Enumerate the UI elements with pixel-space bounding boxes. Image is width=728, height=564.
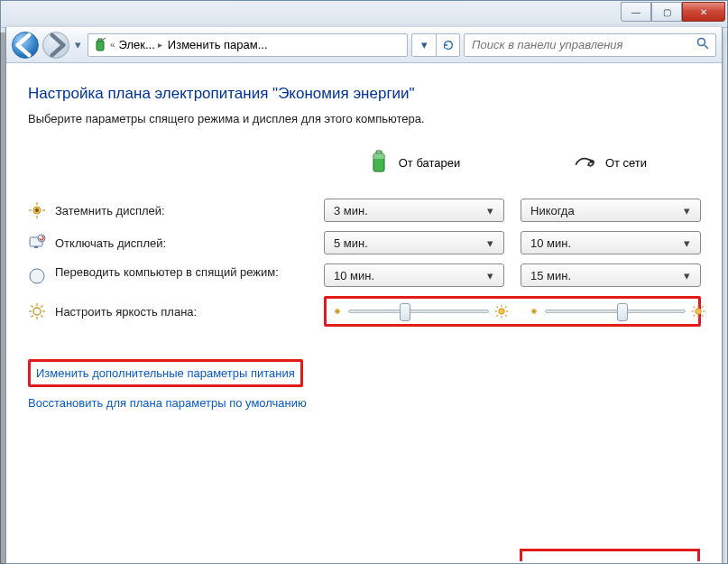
slider-thumb[interactable] (400, 303, 410, 321)
chevron-down-icon: ▾ (679, 268, 695, 283)
svg-line-23 (41, 315, 42, 317)
slider-track[interactable] (545, 310, 686, 313)
search-box[interactable] (464, 33, 716, 57)
advanced-link-highlight: Изменить дополнительные параметры питани… (28, 359, 303, 387)
toolbar: ▾ « Элек...▸ Изменить парам... ▾ (6, 27, 722, 63)
svg-line-22 (32, 306, 33, 308)
svg-point-2 (698, 39, 705, 46)
restore-defaults-link[interactable]: Восстановить для плана параметры по умол… (28, 394, 307, 411)
chevron-left-icon: « (110, 40, 115, 50)
bg-maximize-button[interactable]: ▢ (651, 2, 682, 22)
svg-line-45 (702, 315, 704, 317)
breadcrumb[interactable]: « Элек...▸ Изменить парам... (88, 33, 408, 57)
svg-line-44 (693, 306, 695, 308)
sun-small-icon (529, 306, 539, 317)
search-icon[interactable] (696, 36, 710, 53)
slider-track[interactable] (348, 310, 489, 313)
dim-icon (28, 201, 46, 219)
breadcrumb-seg-2[interactable]: Изменить парам... (168, 38, 268, 51)
background-titlebar: — ▢ ✕ (1, 1, 727, 28)
content-area: Настройка плана электропитания "Экономия… (6, 63, 722, 563)
svg-line-46 (693, 315, 695, 317)
svg-line-25 (41, 306, 42, 308)
column-header-battery: От батареи (324, 143, 504, 190)
svg-point-39 (696, 309, 701, 314)
row-off-label: Отключать дисплей: (28, 234, 308, 252)
svg-point-17 (33, 308, 41, 315)
svg-point-12 (35, 208, 39, 212)
svg-point-27 (336, 310, 338, 312)
svg-line-34 (505, 315, 507, 317)
page-title: Настройка плана электропитания "Экономия… (28, 85, 702, 103)
nav-forward-button[interactable] (42, 32, 69, 59)
brightness-icon (28, 302, 46, 320)
svg-point-16 (30, 269, 44, 283)
sleep-plugged-dropdown[interactable]: 15 мин. ▾ (521, 264, 701, 287)
chevron-down-icon: ▾ (483, 268, 498, 283)
breadcrumb-dropdown-button[interactable]: ▾ (412, 34, 436, 56)
bottom-button-highlight (520, 549, 700, 561)
display-off-icon (28, 234, 46, 252)
bg-close-button[interactable]: ✕ (682, 2, 725, 22)
bg-minimize-button[interactable]: — (621, 2, 651, 22)
svg-point-6 (589, 160, 594, 163)
off-plugged-dropdown[interactable]: 10 мин. ▾ (521, 231, 701, 254)
sun-large-icon (494, 304, 509, 319)
chevron-down-icon: ▾ (679, 236, 695, 251)
battery-icon (368, 149, 390, 177)
svg-point-28 (499, 309, 504, 314)
svg-rect-1 (98, 39, 102, 42)
chevron-down-icon: ▾ (483, 236, 498, 251)
svg-rect-0 (97, 41, 104, 51)
svg-line-33 (496, 306, 498, 308)
row-sleep-label: Переводить компьютер в спящий режим: (28, 265, 308, 285)
column-header-plugged: От сети (521, 143, 701, 190)
dim-plugged-dropdown[interactable]: Никогда ▾ (521, 199, 701, 222)
slider-thumb[interactable] (617, 303, 628, 321)
nav-back-button[interactable] (12, 32, 39, 59)
row-dim-label: Затемнить дисплей: (28, 201, 308, 219)
off-battery-dropdown[interactable]: 5 мин. ▾ (324, 231, 504, 254)
svg-rect-5 (373, 153, 384, 159)
svg-line-24 (32, 315, 33, 317)
brightness-battery-slider[interactable] (330, 302, 511, 320)
plug-icon (575, 149, 596, 177)
search-input[interactable] (470, 37, 696, 52)
sleep-icon (28, 267, 46, 285)
brightness-highlight-box (324, 296, 701, 327)
brightness-plugged-slider[interactable] (527, 302, 707, 320)
svg-line-35 (496, 315, 498, 317)
dim-battery-dropdown[interactable]: 3 мин. ▾ (324, 199, 504, 222)
power-options-icon (92, 37, 108, 53)
settings-grid: От батареи От сети Затемнить дисплей: (28, 143, 702, 327)
svg-rect-14 (34, 246, 38, 248)
column-header-battery-label: От батареи (399, 156, 461, 170)
control-panel-window: ▾ « Элек...▸ Изменить парам... ▾ (5, 27, 723, 564)
svg-point-38 (533, 310, 535, 312)
sun-large-icon (691, 304, 705, 319)
advanced-settings-link[interactable]: Изменить дополнительные параметры питани… (36, 365, 295, 382)
svg-point-15 (38, 235, 45, 242)
nav-history-dropdown[interactable]: ▾ (71, 33, 84, 57)
svg-rect-4 (376, 151, 382, 153)
breadcrumb-seg-1[interactable]: Элек... (119, 38, 155, 51)
refresh-group: ▾ (411, 33, 460, 57)
svg-line-36 (505, 306, 507, 308)
column-header-plugged-label: От сети (605, 156, 647, 170)
page-subtitle: Выберите параметры спящего режима и дисп… (28, 112, 702, 125)
links-area: Изменить дополнительные параметры питани… (28, 359, 702, 411)
sun-small-icon (332, 306, 343, 317)
row-brightness-label: Настроить яркость плана: (28, 302, 308, 320)
refresh-button[interactable] (436, 34, 459, 56)
sleep-battery-dropdown[interactable]: 10 мин. ▾ (324, 264, 504, 287)
svg-line-47 (702, 306, 704, 308)
chevron-down-icon: ▾ (483, 203, 498, 218)
chevron-right-icon: ▸ (158, 40, 162, 50)
chevron-down-icon: ▾ (679, 203, 695, 218)
